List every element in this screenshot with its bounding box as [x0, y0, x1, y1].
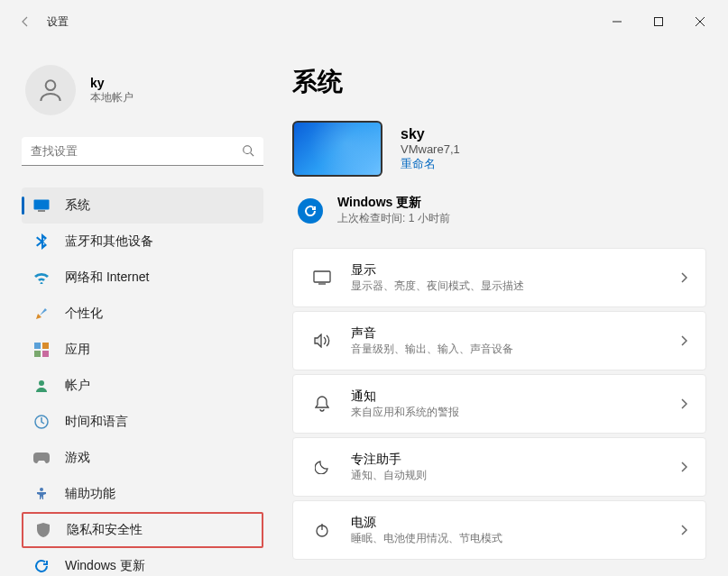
card-title: 显示 — [351, 262, 680, 279]
sidebar-item-label: 蓝牙和其他设备 — [65, 233, 153, 250]
close-button[interactable] — [679, 7, 721, 36]
user-name: ky — [90, 76, 134, 90]
card-title: 声音 — [351, 325, 680, 342]
chevron-right-icon — [680, 525, 687, 535]
svg-rect-1 — [655, 18, 663, 26]
gamepad-icon — [32, 449, 51, 467]
maximize-button[interactable] — [638, 7, 679, 36]
search-box[interactable] — [22, 137, 263, 166]
svg-point-15 — [40, 488, 43, 491]
chevron-right-icon — [680, 335, 687, 346]
update-subtitle: 上次检查时间: 1 小时前 — [337, 211, 450, 226]
chevron-right-icon — [680, 398, 687, 409]
sidebar-item-windows-update[interactable]: Windows 更新 — [22, 548, 263, 576]
window-controls — [596, 7, 721, 36]
settings-cards: 显示 显示器、亮度、夜间模式、显示描述 声音 音量级别、输出、输入、声音设备 通… — [292, 248, 706, 560]
nav-list: 系统 蓝牙和其他设备 网络和 Internet 个性化 — [22, 187, 263, 576]
sidebar: ky 本地帐户 系统 蓝牙和其他设备 — [0, 43, 271, 576]
sidebar-item-accessibility[interactable]: 辅助功能 — [22, 476, 263, 512]
avatar — [25, 65, 76, 115]
sidebar-item-system[interactable]: 系统 — [22, 187, 263, 224]
card-title: 通知 — [351, 389, 680, 405]
accessibility-icon — [32, 485, 51, 503]
device-name: sky — [401, 126, 460, 142]
card-subtitle: 音量级别、输出、输入、声音设备 — [351, 342, 680, 357]
sidebar-item-label: 游戏 — [65, 450, 90, 466]
device-model: VMware7,1 — [401, 142, 460, 156]
sidebar-item-privacy[interactable]: 隐私和安全性 — [22, 512, 263, 548]
sound-icon — [311, 334, 333, 348]
page-title: 系统 — [292, 65, 706, 99]
person-icon — [32, 377, 51, 395]
search-input[interactable] — [22, 137, 263, 166]
paintbrush-icon — [32, 305, 51, 323]
window-title: 设置 — [47, 14, 69, 30]
card-power[interactable]: 电源 睡眠、电池使用情况、节电模式 — [292, 500, 706, 560]
back-button[interactable] — [7, 4, 43, 40]
user-profile[interactable]: ky 本地帐户 — [25, 65, 263, 115]
sidebar-item-label: Windows 更新 — [65, 558, 145, 574]
sidebar-item-label: 个性化 — [65, 306, 103, 322]
card-subtitle: 来自应用和系统的警报 — [351, 405, 680, 420]
svg-rect-9 — [34, 343, 41, 349]
sidebar-item-apps[interactable]: 应用 — [22, 332, 263, 368]
svg-point-4 — [46, 80, 56, 90]
sidebar-item-label: 帐户 — [65, 378, 90, 394]
card-notifications[interactable]: 通知 来自应用和系统的警报 — [292, 374, 706, 434]
card-focus-assist[interactable]: 专注助手 通知、自动规则 — [292, 437, 706, 497]
sidebar-item-label: 网络和 Internet — [65, 270, 149, 286]
chevron-right-icon — [680, 272, 687, 283]
card-display[interactable]: 显示 显示器、亮度、夜间模式、显示描述 — [292, 248, 706, 307]
sidebar-item-label: 时间和语言 — [65, 414, 128, 430]
device-thumbnail — [292, 121, 382, 177]
svg-point-13 — [39, 380, 44, 386]
card-title: 专注助手 — [351, 452, 680, 468]
sidebar-item-network[interactable]: 网络和 Internet — [22, 260, 263, 296]
bell-icon — [311, 396, 333, 412]
search-icon — [242, 144, 254, 157]
user-subtitle: 本地帐户 — [90, 90, 134, 105]
shield-icon — [34, 521, 52, 539]
display-icon — [311, 270, 333, 285]
sidebar-item-gaming[interactable]: 游戏 — [22, 440, 263, 476]
svg-rect-12 — [42, 351, 49, 357]
update-icon — [32, 557, 51, 575]
device-info-row: sky VMware7,1 重命名 — [292, 121, 706, 177]
minimize-button[interactable] — [596, 7, 638, 36]
main-content: 系统 sky VMware7,1 重命名 Windows 更新 上次检查时间: … — [271, 43, 728, 576]
sidebar-item-label: 隐私和安全性 — [67, 522, 143, 538]
windows-update-row[interactable]: Windows 更新 上次检查时间: 1 小时前 — [292, 195, 706, 226]
sidebar-item-accounts[interactable]: 帐户 — [22, 368, 263, 404]
rename-link[interactable]: 重命名 — [401, 156, 460, 172]
wifi-icon — [32, 269, 51, 287]
svg-line-6 — [251, 153, 254, 157]
sidebar-item-personalization[interactable]: 个性化 — [22, 296, 263, 332]
power-icon — [311, 523, 333, 537]
svg-rect-7 — [34, 200, 50, 210]
sidebar-item-time-language[interactable]: 时间和语言 — [22, 404, 263, 440]
titlebar: 设置 — [0, 0, 728, 43]
card-subtitle: 显示器、亮度、夜间模式、显示描述 — [351, 279, 680, 294]
globe-clock-icon — [32, 413, 51, 431]
svg-rect-16 — [314, 271, 330, 282]
svg-point-5 — [244, 146, 252, 154]
card-subtitle: 睡眠、电池使用情况、节电模式 — [351, 531, 680, 546]
sidebar-item-bluetooth[interactable]: 蓝牙和其他设备 — [22, 224, 263, 260]
update-sync-icon — [298, 198, 323, 224]
bluetooth-icon — [32, 233, 51, 251]
system-icon — [32, 197, 51, 215]
card-sound[interactable]: 声音 音量级别、输出、输入、声音设备 — [292, 311, 706, 370]
card-subtitle: 通知、自动规则 — [351, 468, 680, 483]
update-title: Windows 更新 — [337, 195, 450, 211]
sidebar-item-label: 辅助功能 — [65, 486, 115, 502]
apps-icon — [32, 341, 51, 359]
svg-rect-10 — [42, 343, 49, 349]
card-title: 电源 — [351, 515, 680, 531]
sidebar-item-label: 应用 — [65, 342, 90, 358]
svg-rect-11 — [34, 351, 41, 357]
svg-rect-8 — [38, 210, 45, 212]
moon-icon — [311, 460, 333, 474]
sidebar-item-label: 系统 — [65, 197, 90, 214]
chevron-right-icon — [680, 462, 687, 472]
